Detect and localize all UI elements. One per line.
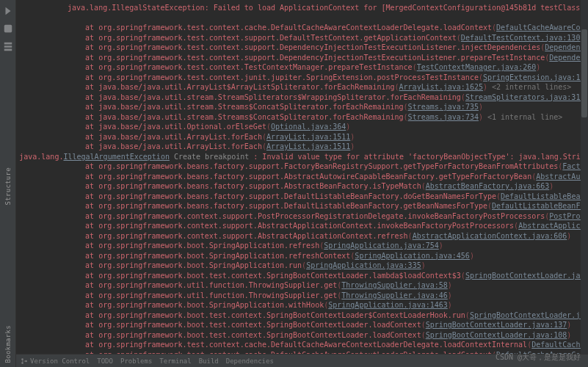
tab-todo[interactable]: TODO (97, 357, 113, 365)
svg-point-3 (25, 360, 27, 362)
stack-trace-link[interactable]: DefaultListableBeanFactory.java:575 (501, 192, 588, 200)
stack-trace-link[interactable]: SpringApplication.java:754 (324, 241, 439, 250)
exception-link[interactable]: IllegalArgumentException (63, 153, 170, 161)
stack-trace-link[interactable]: Optional.java:364 (271, 123, 346, 131)
stack-trace-link[interactable]: ArrayList.java:1511 (266, 133, 350, 141)
stack-trace-link[interactable]: ThrowingSupplier.java:46 (341, 291, 448, 299)
stack-trace-link[interactable]: AbstractApplicationContext.java:788 (518, 222, 588, 230)
tab-version-control[interactable]: Version Control (21, 357, 90, 365)
tab-problems[interactable]: Problems (120, 357, 152, 365)
watermark: CSDN @大哥，是是是我好 (496, 352, 581, 363)
stack-trace-link[interactable]: SpringApplication.java:456 (355, 252, 470, 260)
stack-trace-link[interactable]: SpringBootContextLoader.java:137 (465, 272, 588, 280)
side-tab-structure[interactable]: Structure (4, 167, 12, 205)
stack-trace-link[interactable]: DefaultCacheAwareContextLoaderDelegate.j… (496, 23, 588, 32)
run-tool-icon[interactable] (3, 6, 13, 16)
stack-trace-link[interactable]: DefaultCacheAwareContextLoaderDelegate.j… (531, 341, 588, 349)
tool-window-gutter: Structure Bookmarks (0, 0, 16, 367)
stack-trace-link[interactable]: SpringBootContextLoader.java:553 (470, 311, 588, 319)
svg-point-1 (21, 358, 23, 360)
vertical-scrollbar[interactable] (581, 0, 588, 354)
tab-build[interactable]: Build (199, 357, 219, 365)
side-tab-bookmarks[interactable]: Bookmarks (4, 325, 12, 363)
stack-trace-link[interactable]: AbstractApplicationContext.java:606 (413, 232, 567, 240)
stack-trace-link[interactable]: Streams.java:735 (408, 103, 479, 111)
stack-trace-link[interactable]: SpringExtension.java:163 (483, 73, 588, 81)
tab-dependencies[interactable]: Dependencies (226, 357, 274, 365)
stack-trace-link[interactable]: DefaultListableBeanFactory.java:534 (492, 202, 588, 210)
stack-trace-link[interactable]: SpringApplication.java:1463 (328, 301, 448, 309)
stack-trace-link[interactable]: Streams.java:734 (408, 113, 479, 121)
stack-trace-link[interactable]: AbstractBeanFactory.java:663 (426, 182, 550, 190)
stack-trace-link[interactable]: SpringApplication.java:335 (306, 261, 421, 269)
stack-trace-link[interactable]: DefaultTestContext.java:130 (461, 34, 581, 42)
tool-icon[interactable] (3, 23, 13, 34)
stack-trace-link[interactable]: ArrayList.java:1511 (266, 142, 350, 150)
svg-point-2 (21, 362, 23, 364)
svg-rect-0 (4, 25, 12, 33)
tool-icon-2[interactable] (3, 41, 13, 51)
stack-trace-link[interactable]: SpringBootContextLoader.java:108 (426, 331, 567, 339)
scrollbar-thumb[interactable] (581, 29, 587, 117)
stack-trace-link[interactable]: ArrayList.java:1625 (399, 83, 483, 91)
tab-terminal[interactable]: Terminal (159, 357, 191, 365)
console-output[interactable]: java.lang.IllegalStateException: Failed … (16, 0, 588, 354)
stack-trace-link[interactable]: TestContextManager.java:260 (417, 63, 537, 71)
stack-trace-link[interactable]: ThrowingSupplier.java:58 (341, 281, 448, 289)
stack-trace-link[interactable]: StreamSpliterators.java:310 (465, 93, 585, 101)
stack-trace-link[interactable]: SpringBootContextLoader.java:137 (426, 321, 567, 329)
